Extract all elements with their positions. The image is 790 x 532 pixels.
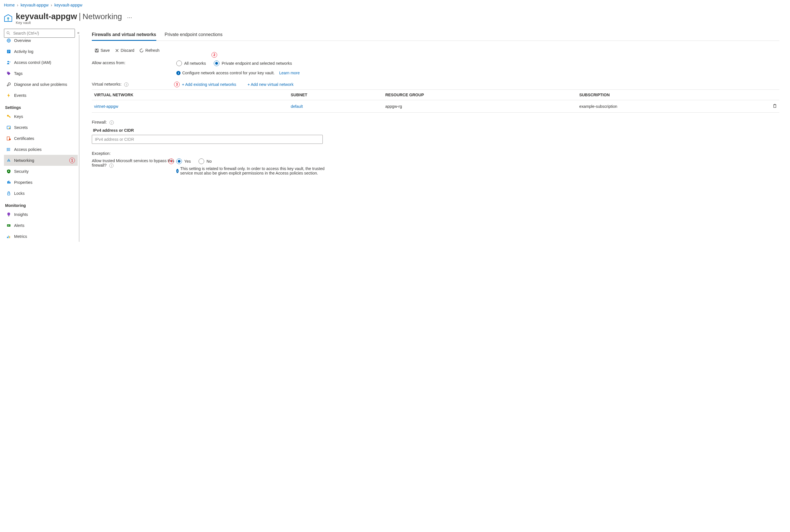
- sidebar-item-events[interactable]: Events: [4, 90, 78, 101]
- cidr-header: IPv4 address or CIDR: [93, 128, 779, 133]
- delete-row-button[interactable]: [773, 104, 777, 109]
- info-icon[interactable]: i: [110, 120, 114, 125]
- svg-point-8: [7, 61, 9, 62]
- vnet-label: Virtual networks:: [92, 82, 122, 87]
- chevron-right-icon: ›: [51, 3, 52, 7]
- sidebar-item-tags[interactable]: Tags: [4, 68, 78, 79]
- radio-yes[interactable]: Yes: [176, 158, 191, 164]
- add-new-vnet[interactable]: + Add new virtual network: [247, 82, 293, 87]
- cidr-input[interactable]: [92, 135, 323, 144]
- svg-rect-13: [9, 128, 10, 129]
- sidebar-item-access-control-iam-[interactable]: Access control (IAM): [4, 57, 78, 68]
- callout-2: 2: [212, 52, 217, 58]
- svg-point-17: [9, 161, 10, 162]
- radio-all-label: All networks: [184, 61, 206, 65]
- col-vnet: VIRTUAL NETWORK: [92, 90, 289, 100]
- tab-firewalls[interactable]: Firewalls and virtual networks: [92, 29, 156, 40]
- page-header: keyvault-appgw | Networking ⋯ Key vault: [0, 10, 790, 27]
- breadcrumb-home[interactable]: Home: [4, 3, 15, 7]
- sidebar-item-label: Certificates: [14, 136, 75, 141]
- sidebar-item-overview[interactable]: Overview: [4, 35, 78, 46]
- radio-all-networks[interactable]: All networks: [176, 60, 206, 66]
- breadcrumb-parent[interactable]: keyvault-appgw: [21, 3, 49, 7]
- tag-icon: [6, 71, 11, 76]
- svg-point-9: [9, 61, 11, 62]
- more-icon[interactable]: ⋯: [127, 14, 133, 21]
- sidebar-item-label: Access policies: [14, 147, 75, 152]
- yes-label: Yes: [184, 159, 191, 164]
- sidebar-item-locks[interactable]: Locks: [4, 188, 78, 199]
- svg-rect-28: [9, 236, 10, 238]
- svg-rect-25: [7, 224, 11, 227]
- page-section: Networking: [82, 12, 122, 21]
- collapse-sidebar-icon[interactable]: «: [77, 31, 79, 35]
- sidebar-item-access-policies[interactable]: Access policies: [4, 144, 78, 155]
- sidebar-item-label: Events: [14, 93, 75, 98]
- refresh-icon: [140, 49, 144, 53]
- secret-icon: [6, 125, 11, 130]
- info-icon[interactable]: i: [109, 164, 113, 168]
- radio-private-networks[interactable]: Private endpoint and selected networks: [214, 60, 292, 66]
- sidebar-item-alerts[interactable]: Alerts: [4, 220, 78, 231]
- svg-rect-21: [8, 181, 9, 184]
- svg-point-15: [9, 138, 11, 140]
- bypass-info-text: This setting is related to firewall only…: [180, 166, 328, 175]
- access-from-label: Allow access from:: [92, 60, 176, 65]
- refresh-button[interactable]: Refresh: [140, 48, 160, 53]
- sidebar-item-label: Security: [14, 169, 75, 174]
- discard-label: Discard: [121, 48, 134, 53]
- sidebar-item-keys[interactable]: Keys: [4, 111, 78, 122]
- svg-rect-24: [8, 216, 9, 216]
- policies-icon: [6, 147, 11, 152]
- sidebar-item-diagnose-and-solve-problems[interactable]: Diagnose and solve problems: [4, 79, 78, 90]
- sidebar-item-label: Activity log: [14, 49, 75, 54]
- refresh-label: Refresh: [145, 48, 160, 53]
- save-button[interactable]: Save: [95, 48, 110, 53]
- col-subnet: SUBNET: [289, 90, 383, 100]
- sidebar-item-insights[interactable]: Insights: [4, 209, 78, 220]
- tab-private-endpoint[interactable]: Private endpoint connections: [165, 29, 222, 40]
- sidebar-item-security[interactable]: Security: [4, 166, 78, 177]
- sidebar-item-label: Insights: [14, 212, 75, 217]
- radio-icon: [176, 60, 182, 66]
- svg-point-18: [8, 158, 9, 159]
- subnet-link[interactable]: default: [291, 104, 303, 109]
- svg-point-10: [7, 72, 8, 73]
- svg-point-11: [7, 115, 9, 116]
- sidebar-item-activity-log[interactable]: Activity log: [4, 46, 78, 57]
- sidebar-item-label: Metrics: [14, 234, 75, 239]
- callout-4: 4: [168, 158, 174, 164]
- discard-button[interactable]: Discard: [115, 48, 134, 53]
- sidebar-item-metrics[interactable]: Metrics: [4, 231, 78, 242]
- bypass-label: Allow trusted Microsoft services to bypa…: [92, 158, 174, 168]
- wrench-icon: [6, 82, 11, 87]
- radio-icon: [176, 158, 182, 164]
- globe-icon: [6, 38, 11, 43]
- radio-icon: [214, 60, 219, 66]
- key-icon: [6, 114, 11, 119]
- nav-section-monitoring: Monitoring: [4, 199, 78, 209]
- sidebar-item-label: Keys: [14, 114, 75, 119]
- svg-rect-27: [8, 235, 9, 238]
- sidebar-item-certificates[interactable]: Certificates: [4, 133, 78, 144]
- sidebar-item-properties[interactable]: Properties: [4, 177, 78, 188]
- sidebar-item-label: Tags: [14, 71, 75, 76]
- svg-rect-26: [7, 237, 8, 238]
- breadcrumb-current[interactable]: keyvault-appgw: [54, 3, 82, 7]
- sidebar-item-secrets[interactable]: Secrets: [4, 122, 78, 133]
- sidebar-item-networking[interactable]: Networking1: [4, 155, 78, 166]
- info-icon[interactable]: i: [124, 82, 128, 87]
- learn-more-link[interactable]: Learn more: [279, 71, 300, 75]
- vnet-table: VIRTUAL NETWORK SUBNET RESOURCE GROUP SU…: [92, 90, 779, 113]
- save-icon: [95, 49, 99, 53]
- chevron-right-icon: ›: [17, 3, 18, 7]
- add-existing-vnet[interactable]: + Add existing virtual networks: [182, 82, 236, 87]
- vnet-link[interactable]: virtnet-appgw: [94, 104, 118, 109]
- svg-point-19: [8, 171, 9, 172]
- title-separator: |: [79, 12, 81, 21]
- rg-cell: appgw-rg: [383, 100, 577, 113]
- sidebar-item-label: Access control (IAM): [14, 60, 75, 65]
- shield-icon: [6, 169, 11, 174]
- info-icon: i: [176, 71, 181, 75]
- radio-no[interactable]: No: [199, 158, 212, 164]
